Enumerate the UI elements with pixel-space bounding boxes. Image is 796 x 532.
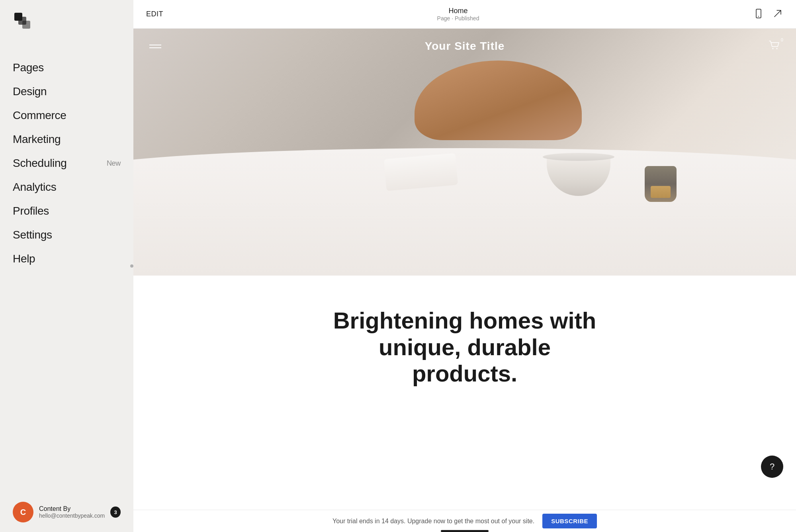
svg-point-5	[772, 48, 773, 49]
page-status: Page · Published	[437, 15, 479, 22]
edit-button[interactable]: EDIT	[146, 10, 163, 18]
cart-icon[interactable]: 0	[768, 40, 780, 53]
logo-area	[0, 0, 133, 56]
page-name: Home	[437, 7, 479, 15]
page-info: Home Page · Published	[437, 7, 479, 22]
hamburger-icon[interactable]	[149, 45, 161, 48]
subscribe-button[interactable]: SUBSCRIBE	[542, 514, 597, 528]
help-button[interactable]: ?	[761, 456, 783, 478]
chair-back	[415, 61, 582, 140]
sidebar-item-marketing[interactable]: Marketing	[13, 127, 121, 151]
sidebar-item-commerce[interactable]: Commerce	[13, 104, 121, 127]
notification-badge[interactable]: 3	[110, 507, 121, 518]
preview-area: Your Site Title 0	[133, 29, 796, 510]
sidebar: Pages Design Commerce Marketing Scheduli…	[0, 0, 133, 532]
site-preview: Your Site Title 0	[133, 29, 796, 510]
hamburger-line-2	[149, 47, 161, 48]
hamburger-line-1	[149, 45, 161, 45]
svg-rect-2	[22, 21, 30, 29]
sidebar-item-analytics[interactable]: Analytics	[13, 175, 121, 199]
sidebar-item-help[interactable]: Help	[13, 247, 121, 271]
sidebar-navigation: Pages Design Commerce Marketing Scheduli…	[0, 56, 133, 492]
preview-header: EDIT Home Page · Published	[133, 0, 796, 29]
user-name: Content By	[39, 505, 105, 512]
svg-point-6	[776, 48, 777, 49]
table-surface	[133, 148, 796, 276]
open-external-icon[interactable]	[772, 8, 783, 21]
squarespace-logo-icon	[13, 11, 32, 30]
trial-message: Your trial ends in 14 days. Upgrade now …	[332, 518, 534, 525]
content-section: Brightening homes with unique, durable p…	[133, 276, 796, 411]
hero-background: Your Site Title 0	[133, 29, 796, 276]
user-email: hello@contentbypeak.com	[39, 512, 105, 519]
mobile-view-icon[interactable]	[753, 8, 764, 21]
sidebar-item-scheduling[interactable]: Scheduling New	[13, 151, 121, 175]
resize-handle[interactable]	[130, 258, 133, 274]
header-actions	[753, 8, 783, 21]
main-content: EDIT Home Page · Published	[133, 0, 796, 532]
sidebar-item-design[interactable]: Design	[13, 80, 121, 104]
svg-point-4	[758, 16, 759, 17]
cup	[645, 166, 677, 202]
drag-indicator	[130, 264, 133, 268]
towel	[384, 153, 458, 191]
avatar[interactable]: C	[13, 502, 33, 522]
cart-badge: 0	[781, 37, 783, 42]
sidebar-item-settings[interactable]: Settings	[13, 223, 121, 247]
site-nav-overlay: Your Site Title 0	[133, 29, 796, 64]
scene-container	[133, 29, 796, 276]
bottom-bar: Your trial ends in 14 days. Upgrade now …	[133, 510, 796, 532]
hero-section: Your Site Title 0	[133, 29, 796, 276]
user-info: Content By hello@contentbypeak.com	[39, 505, 105, 519]
sidebar-item-pages[interactable]: Pages	[13, 56, 121, 80]
sidebar-item-profiles[interactable]: Profiles	[13, 199, 121, 223]
scrollbar-indicator	[441, 530, 489, 532]
scheduling-badge: New	[107, 159, 121, 168]
hero-headline: Brightening homes with unique, durable p…	[325, 307, 604, 387]
sidebar-footer: C Content By hello@contentbypeak.com 3	[0, 492, 133, 532]
site-title: Your Site Title	[425, 40, 505, 53]
